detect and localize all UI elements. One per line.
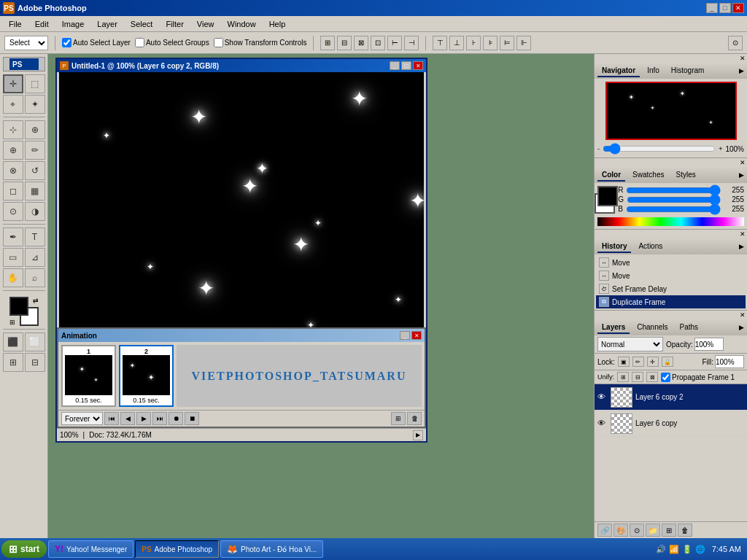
unify-3-icon[interactable]: ⊠ bbox=[646, 372, 658, 382]
blend-mode-select[interactable]: Normal bbox=[597, 337, 663, 351]
magic-wand-button[interactable]: ✦ bbox=[25, 95, 45, 114]
menu-help[interactable]: Help bbox=[263, 18, 292, 30]
doc-minimize-button[interactable]: _ bbox=[390, 61, 400, 70]
tab-channels[interactable]: Channels bbox=[632, 322, 672, 334]
menu-edit[interactable]: Edit bbox=[29, 18, 55, 30]
red-slider[interactable] bbox=[626, 187, 721, 194]
menu-view[interactable]: View bbox=[191, 18, 220, 30]
doc-close-button[interactable]: ✕ bbox=[413, 61, 423, 70]
color-spectrum-bar[interactable] bbox=[597, 217, 744, 226]
shape-tool-button[interactable]: ▭ bbox=[3, 248, 23, 267]
lock-image-button[interactable]: ✏ bbox=[632, 357, 644, 367]
tab-info[interactable]: Info bbox=[643, 65, 664, 77]
crop-tool-button[interactable]: ⊹ bbox=[3, 120, 23, 139]
tab-swatches[interactable]: Swatches bbox=[628, 169, 668, 182]
reset-colors-icon[interactable]: ⊞ bbox=[9, 319, 15, 326]
tab-layers[interactable]: Layers bbox=[597, 322, 630, 334]
heal-tool-button[interactable]: ⊕ bbox=[3, 141, 23, 160]
text-tool-button[interactable]: T bbox=[25, 228, 45, 246]
taskbar-item-photoshop[interactable]: PS Adobe Photoshop bbox=[135, 540, 219, 558]
history-item-set-frame-delay[interactable]: ⏱ Set Frame Delay bbox=[596, 282, 746, 295]
distrib-left-icon[interactable]: ⊤ bbox=[433, 36, 447, 50]
add-style-button[interactable]: 🎨 bbox=[614, 524, 628, 537]
layer-visibility-eye-2[interactable]: 👁 bbox=[597, 419, 608, 429]
menu-select[interactable]: Select bbox=[125, 18, 159, 30]
align-left-icon[interactable]: ⊞ bbox=[320, 36, 335, 50]
color-panel-menu-icon[interactable]: ▶ bbox=[739, 171, 744, 179]
new-layer-button[interactable]: ⊞ bbox=[662, 524, 676, 537]
maximize-button[interactable]: □ bbox=[719, 3, 731, 13]
link-layers-button[interactable]: 🔗 bbox=[597, 524, 612, 537]
align-right-icon[interactable]: ⊠ bbox=[354, 36, 368, 50]
anim-minimize-button[interactable]: _ bbox=[400, 331, 410, 340]
tool-select[interactable]: Select bbox=[4, 36, 48, 50]
navigator-panel-menu-icon[interactable]: ▶ bbox=[739, 67, 744, 74]
lock-transparent-button[interactable]: ▣ bbox=[618, 357, 630, 367]
eraser-tool-button[interactable]: ◻ bbox=[3, 182, 23, 201]
animation-frame-1[interactable]: 1 ✦ ✦ 0.15 sec. bbox=[61, 345, 116, 407]
animation-frame-2[interactable]: 2 ✦ ✦ 0.15 sec. bbox=[119, 345, 174, 407]
layers-panel-close-icon[interactable]: ✕ bbox=[740, 311, 746, 319]
burn-tool-button[interactable]: ◑ bbox=[25, 202, 45, 221]
first-frame-button[interactable]: ⏮ bbox=[104, 412, 119, 425]
new-group-button[interactable]: 📁 bbox=[646, 524, 660, 537]
auto-select-layer-label[interactable]: Auto Select Layer bbox=[62, 38, 131, 47]
marquee-tool-button[interactable]: ⬚ bbox=[25, 74, 45, 93]
propagate-check-label[interactable]: Propagate Frame 1 bbox=[661, 373, 735, 382]
layers-panel-menu-icon[interactable]: ▶ bbox=[739, 324, 744, 331]
align-bottom-icon[interactable]: ⊣ bbox=[404, 36, 419, 50]
unify-2-icon[interactable]: ⊟ bbox=[632, 372, 643, 382]
menu-window[interactable]: Window bbox=[222, 18, 262, 30]
align-middle-icon[interactable]: ⊢ bbox=[387, 36, 402, 50]
stamp-tool-button[interactable]: ⊗ bbox=[3, 161, 23, 180]
history-brush-button[interactable]: ↺ bbox=[25, 161, 45, 180]
record-button[interactable]: ⏺ bbox=[169, 412, 183, 425]
gradient-tool-button[interactable]: ▦ bbox=[25, 182, 45, 201]
panel-options-icon[interactable]: ⊙ bbox=[728, 36, 743, 50]
distrib-middle-icon[interactable]: ⊨ bbox=[500, 36, 514, 50]
delete-frame-button[interactable]: 🗑 bbox=[407, 412, 422, 425]
taskbar-item-firefox[interactable]: 🦊 Photo Art - Đồ Hoa Vi... bbox=[220, 540, 323, 558]
status-arrow-button[interactable]: ▶ bbox=[413, 430, 423, 440]
tab-color[interactable]: Color bbox=[597, 169, 625, 182]
minimize-button[interactable]: _ bbox=[706, 3, 718, 13]
opacity-input[interactable] bbox=[694, 338, 724, 351]
navigator-panel-close-icon[interactable]: ✕ bbox=[740, 55, 746, 62]
lock-all-button[interactable]: 🔒 bbox=[662, 357, 673, 367]
menu-filter[interactable]: Filter bbox=[160, 18, 189, 30]
anim-close-button[interactable]: ✕ bbox=[411, 331, 422, 340]
stop-button[interactable]: ⏹ bbox=[185, 412, 199, 425]
history-item-move-1[interactable]: ↔ Move bbox=[596, 256, 746, 269]
align-center-icon[interactable]: ⊟ bbox=[337, 36, 352, 50]
menu-file[interactable]: File bbox=[3, 18, 28, 30]
pen-tool-button[interactable]: ✒ bbox=[3, 228, 23, 246]
auto-select-layer-checkbox[interactable] bbox=[62, 38, 71, 47]
auto-select-groups-checkbox[interactable] bbox=[135, 38, 144, 47]
blue-slider[interactable] bbox=[626, 206, 721, 213]
dodge-tool-button[interactable]: ⊙ bbox=[3, 202, 23, 221]
document-window[interactable]: P Untitled-1 @ 100% (Layer 6 copy 2, RGB… bbox=[55, 58, 427, 443]
show-transform-checkbox[interactable] bbox=[214, 38, 223, 47]
zoom-out-icon[interactable]: - bbox=[597, 145, 600, 152]
menu-image[interactable]: Image bbox=[56, 18, 90, 30]
tab-history[interactable]: History bbox=[597, 241, 631, 253]
play-button[interactable]: ▶ bbox=[136, 412, 151, 425]
quick-mask-button[interactable]: ⬜ bbox=[25, 332, 45, 351]
move-tool-button[interactable]: ✛ bbox=[3, 74, 23, 93]
align-top-icon[interactable]: ⊡ bbox=[371, 36, 385, 50]
tab-styles[interactable]: Styles bbox=[671, 169, 700, 182]
fill-input[interactable] bbox=[715, 355, 744, 368]
slice-tool-button[interactable]: ⊕ bbox=[25, 120, 45, 139]
history-item-move-2[interactable]: ↔ Move bbox=[596, 269, 746, 282]
layer-visibility-eye-1[interactable]: 👁 bbox=[597, 392, 608, 402]
green-slider[interactable] bbox=[627, 196, 721, 203]
tab-paths[interactable]: Paths bbox=[676, 322, 703, 334]
extra-mode-button[interactable]: ⊟ bbox=[25, 353, 45, 372]
add-mask-button[interactable]: ⊙ bbox=[630, 524, 644, 537]
lock-position-button[interactable]: ✛ bbox=[647, 357, 659, 367]
eyedropper-button[interactable]: ⊿ bbox=[25, 248, 45, 267]
hand-tool-button[interactable]: ✋ bbox=[3, 268, 23, 287]
edit-mode-button[interactable]: ⬛ bbox=[3, 332, 23, 351]
zoom-in-icon[interactable]: + bbox=[719, 145, 722, 152]
propagate-checkbox[interactable] bbox=[661, 373, 670, 382]
